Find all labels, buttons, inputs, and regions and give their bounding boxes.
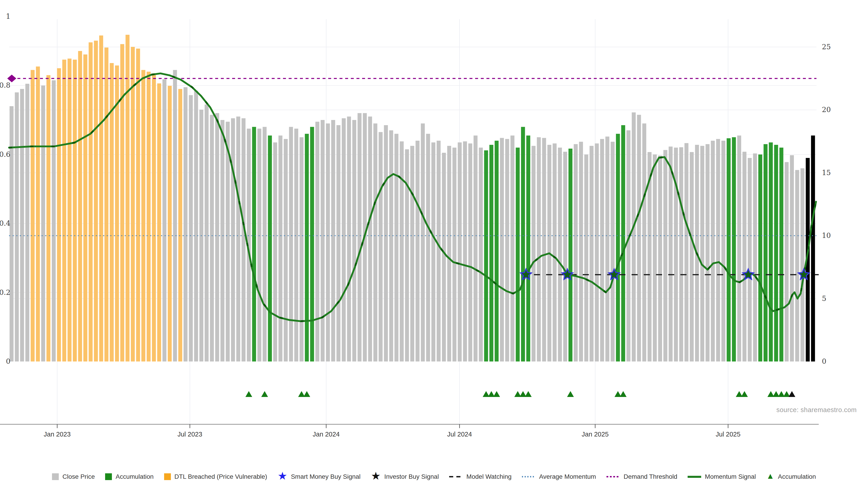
model-watching-line-swatch (449, 476, 463, 477)
close-price-bar (510, 135, 515, 361)
dtl-breached-bar (115, 66, 119, 361)
close-price-bar (811, 135, 815, 361)
close-price-bar (205, 104, 209, 361)
accumulation-triangle-icon (525, 391, 532, 397)
x-axis-label: Jan 2023 (43, 431, 70, 438)
close-price-bar (405, 149, 409, 361)
legend-item-dtl-breached: DTL Breached (Price Vulnerable) (164, 473, 267, 480)
dtl-breached-bar (62, 60, 66, 361)
y-axis-label-right: 10 (822, 231, 831, 239)
accumulation-bar (495, 141, 499, 361)
accumulation-triangle-icon (567, 391, 574, 397)
close-price-bar (442, 153, 446, 361)
close-price-bar (690, 152, 694, 361)
close-price-bar (611, 142, 615, 361)
close-price-bar (162, 79, 166, 361)
close-price-bar (669, 147, 673, 361)
legend-label-momentum-signal: Momentum Signal (705, 473, 756, 480)
close-price-bar (189, 95, 193, 361)
accumulation-triangle-icon (246, 391, 252, 397)
close-price-bar (711, 141, 715, 361)
legend-label-demand-threshold: Demand Threshold (624, 473, 677, 480)
y-axis-label-right: 15 (822, 168, 831, 177)
close-price-bar (590, 146, 594, 361)
close-price-bar (342, 119, 346, 362)
legend-item-momentum-signal: Momentum Signal (688, 473, 756, 480)
close-price-bar (743, 152, 747, 361)
close-price-bar (479, 148, 483, 361)
close-price-bar (9, 106, 13, 361)
close-price-bar (379, 132, 383, 362)
close-price-bar (194, 91, 198, 361)
dtl-breached-bar (168, 86, 172, 361)
accumulation-bar (732, 137, 736, 361)
close-price-bar (373, 123, 377, 361)
y-axis-label-right: 5 (822, 294, 827, 302)
close-price-bar (236, 117, 240, 361)
close-price-bar (463, 141, 467, 361)
close-price-bar (453, 148, 457, 361)
close-price-bar (25, 84, 29, 361)
close-price-bar (473, 135, 477, 361)
close-price-bar (748, 158, 752, 361)
dtl-breached-bar (141, 70, 145, 361)
accumulation-triangle-icon (767, 391, 774, 397)
dtl-breached-bar (131, 47, 135, 361)
dtl-breached-bar (89, 42, 93, 362)
accumulation-bar (521, 127, 525, 361)
close-price-bar (574, 144, 578, 361)
close-price-bar (437, 141, 441, 361)
close-price-bar (315, 122, 319, 361)
close-price-bar (421, 123, 425, 361)
close-price-bar (500, 138, 504, 362)
dtl-breached-bar (178, 89, 182, 361)
close-price-bar (210, 115, 214, 361)
legend-item-average-momentum: Average Momentum (522, 473, 596, 480)
x-axis-label: Jul 2025 (716, 431, 741, 438)
dtl-breached-bar (73, 60, 77, 361)
accumulation-bar (310, 127, 314, 361)
close-price-bar (352, 120, 356, 361)
dtl-breached-bar (68, 59, 72, 361)
close-price-bar (721, 141, 725, 361)
demand-threshold-line-swatch (607, 476, 620, 477)
close-price-bar (294, 129, 298, 361)
close-price-bar (284, 139, 288, 361)
accumulation-bar (779, 148, 783, 361)
close-price-bar (595, 143, 599, 361)
legend-item-accumulation-marker: ▲Accumulation (766, 473, 816, 480)
accumulation-marker-triangle-icon: ▲ (766, 473, 774, 480)
accumulation-triangle-icon (261, 391, 268, 397)
close-price-bar (706, 144, 710, 361)
close-price-bar (600, 139, 604, 361)
accumulation-bar (568, 149, 572, 361)
close-price-bar (431, 142, 435, 361)
accumulation-bar (764, 144, 768, 361)
close-price-bar (542, 138, 546, 362)
y-axis-label-right: 0 (822, 357, 827, 365)
close-price-bar (605, 136, 610, 361)
accumulation-bar (621, 125, 625, 361)
legend-label-close-price: Close Price (62, 473, 95, 480)
dtl-breached-bar (78, 51, 82, 361)
legend-item-close-price: Close Price (52, 473, 95, 480)
close-price-bar (584, 155, 588, 361)
legend-item-model-watching: Model Watching (449, 473, 512, 480)
close-price-bar (278, 135, 283, 361)
source-credit: source: sharemaestro.com (776, 406, 857, 414)
close-price-bar (505, 139, 509, 361)
close-price-bar (257, 129, 261, 361)
close-price-bar (215, 113, 219, 361)
chart-canvas: Jan 2023Jul 2023Jan 2024Jul 2024Jan 2025… (0, 0, 868, 488)
accumulation-bar (727, 138, 731, 361)
close-price-bar (52, 80, 56, 362)
accumulation-bar (616, 134, 620, 361)
accumulation-bar (774, 145, 778, 361)
momentum-signal-line-swatch (688, 476, 701, 478)
close-price-bar (579, 142, 583, 361)
accumulation-triangle-icon (488, 391, 495, 397)
close-price-bar (537, 137, 541, 361)
legend-label-average-momentum: Average Momentum (539, 473, 596, 480)
legend-item-investor-buy-signal: ★Investor Buy Signal (371, 473, 439, 480)
close-price-bar (347, 117, 351, 361)
